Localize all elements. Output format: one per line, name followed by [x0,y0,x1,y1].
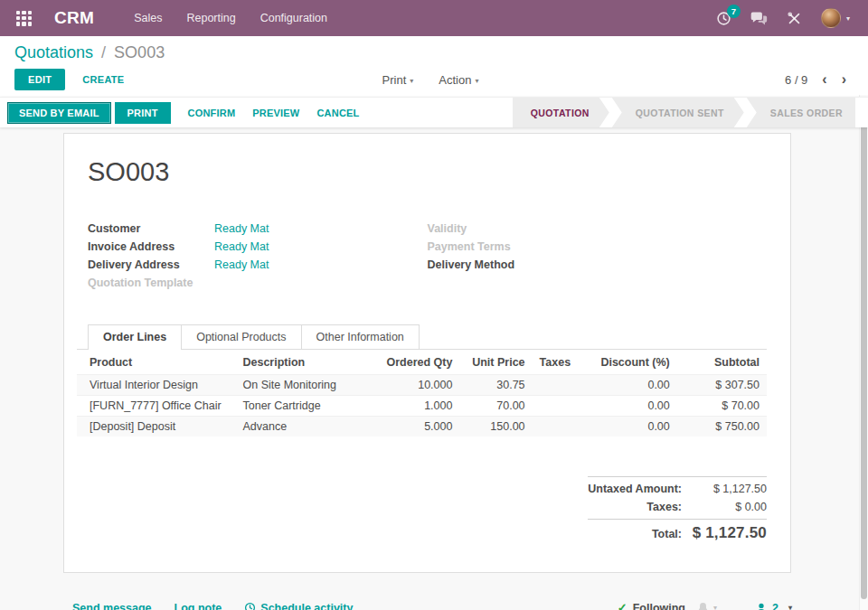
print-caret-icon: ▾ [410,77,413,85]
payment-terms-label: Payment Terms [428,240,554,253]
activity-count-badge: 7 [727,5,741,18]
user-menu[interactable]: ▾ [821,8,850,28]
column-discount: Discount (%) [580,350,677,375]
delivery-method-label: Delivery Method [428,258,554,271]
cell-qty: 1.000 [373,396,459,417]
cell-subtotal: $ 750.00 [677,417,767,437]
breadcrumb-current: SO003 [114,43,165,61]
document-sheet: SO003 Customer Ready Mat Invoice Address… [63,133,791,573]
cell-description: On Site Monitoring [235,375,373,396]
cancel-button[interactable]: CANCEL [316,108,359,118]
apps-menu-icon[interactable] [16,11,32,26]
breadcrumb-separator: / [101,43,106,61]
tab-order-lines[interactable]: Order Lines [88,324,182,350]
order-line-row[interactable]: Virtual Interior Design On Site Monitori… [77,375,767,396]
order-lines-table: Product Description Ordered Qty Unit Pri… [77,350,767,436]
order-line-row[interactable]: [Deposit] Deposit Advance 5.000 150.00 0… [77,417,767,437]
cell-discount: 0.00 [580,396,677,417]
column-ordered-qty: Ordered Qty [373,350,459,375]
form-view: SO003 Customer Ready Mat Invoice Address… [0,127,868,573]
breadcrumb-quotations[interactable]: Quotations [14,43,93,61]
untaxed-amount-label: Untaxed Amount: [588,483,682,495]
cell-product: [FURN_7777] Office Chair [77,396,235,417]
followers-person-icon [755,602,768,610]
column-subtotal: Subtotal [677,350,767,375]
print-dropdown[interactable]: Print▾ [382,73,414,87]
pager-previous-icon[interactable]: ‹ [822,72,826,87]
tab-other-information[interactable]: Other Information [301,324,420,349]
customer-label: Customer [88,222,214,235]
cell-description: Advance [235,417,373,437]
follower-count: 2 [772,602,778,610]
app-title[interactable]: CRM [54,8,94,28]
menu-sales[interactable]: Sales [134,12,162,24]
cell-subtotal: $ 70.00 [677,396,767,417]
log-note-button[interactable]: Log note [175,602,222,610]
state-quotation[interactable]: QUOTATION [513,98,609,127]
column-taxes: Taxes [533,350,580,375]
following-button[interactable]: ✓ Following [618,601,685,610]
action-dropdown[interactable]: Action▾ [439,73,478,87]
invoice-address-label: Invoice Address [88,240,214,253]
state-quotation-sent[interactable]: QUOTATION SENT [612,98,744,127]
preview-button[interactable]: PREVIEW [252,108,299,118]
followers-caret-icon: ▾ [788,604,792,610]
menu-reporting[interactable]: Reporting [186,12,235,24]
cell-discount: 0.00 [580,375,677,396]
cell-product: [Deposit] Deposit [77,417,235,437]
bell-caret-icon: ▾ [713,604,717,610]
cell-subtotal: $ 307.50 [677,375,767,396]
cell-description: Toner Cartridge [235,396,373,417]
taxes-label: Taxes: [646,501,682,513]
top-navbar: CRM Sales Reporting Configuration 7 ▾ [0,0,868,36]
send-message-button[interactable]: Send message [72,602,152,610]
total-value: $ 1,127.50 [682,524,767,542]
messages-icon[interactable] [750,11,768,26]
cell-unit-price: 70.00 [459,396,532,417]
vertical-scrollbar-thumb[interactable] [861,97,867,599]
followers-button[interactable]: 2 ▾ [755,602,792,610]
customer-value-link[interactable]: Ready Mat [214,222,269,235]
control-panel: Quotations / SO003 EDIT CREATE Print▾ Ac… [0,36,868,97]
left-field-group: Customer Ready Mat Invoice Address Ready… [88,220,428,292]
total-label: Total: [652,528,682,540]
breadcrumb: Quotations / SO003 [14,42,854,62]
schedule-clock-icon [244,602,256,610]
untaxed-amount-value: $ 1,127.50 [682,483,767,495]
column-product: Product [77,350,235,375]
validity-label: Validity [428,222,554,235]
cell-unit-price: 150.00 [459,417,532,437]
cell-qty: 10.000 [373,375,459,396]
activity-clock-icon[interactable]: 7 [716,11,731,26]
check-icon: ✓ [618,601,627,610]
taxes-value: $ 0.00 [682,501,767,513]
totals-block: Untaxed Amount: $ 1,127.50 Taxes: $ 0.00… [588,476,767,545]
cell-taxes [533,375,580,396]
order-line-row[interactable]: [FURN_7777] Office Chair Toner Cartridge… [77,396,767,417]
pager-counter[interactable]: 6 / 9 [785,73,807,87]
invoice-address-value-link[interactable]: Ready Mat [214,240,269,253]
tools-icon[interactable] [787,11,802,26]
order-lines-header-row: Product Description Ordered Qty Unit Pri… [77,350,767,375]
column-unit-price: Unit Price [459,350,532,375]
notebook-tabs: Order Lines Optional Products Other Info… [77,324,767,350]
delivery-address-label: Delivery Address [88,258,214,271]
subscription-bell-button[interactable]: ▾ [696,601,717,610]
right-field-group: Validity Payment Terms Delivery Method [428,220,768,292]
print-button[interactable]: PRINT [115,102,171,124]
order-reference-title: SO003 [88,157,767,187]
state-sales-order[interactable]: SALES ORDER [747,98,855,127]
pager-next-icon[interactable]: › [842,72,846,87]
tab-optional-products[interactable]: Optional Products [181,324,301,349]
vertical-scrollbar-track[interactable] [859,95,868,610]
cell-product: Virtual Interior Design [77,375,235,396]
edit-button[interactable]: EDIT [14,69,65,90]
create-button[interactable]: CREATE [82,74,124,85]
schedule-activity-button[interactable]: Schedule activity [244,602,353,610]
send-by-email-button[interactable]: SEND BY EMAIL [7,102,111,124]
menu-configuration[interactable]: Configuration [260,12,327,24]
confirm-button[interactable]: CONFIRM [188,108,236,118]
quotation-template-label: Quotation Template [88,277,214,289]
cell-taxes [533,417,580,437]
delivery-address-value-link[interactable]: Ready Mat [214,258,269,271]
